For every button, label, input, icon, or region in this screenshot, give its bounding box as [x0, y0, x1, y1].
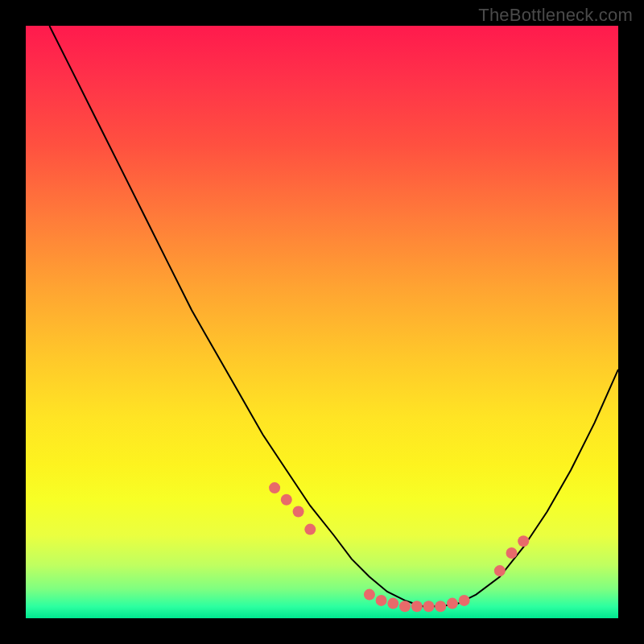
chart-overlay-svg	[26, 26, 618, 618]
chart-stage: TheBottleneck.com	[0, 0, 644, 644]
optimal-point-dot	[387, 598, 398, 609]
optimal-point-dot	[269, 482, 280, 493]
optimal-point-dot	[435, 601, 446, 612]
optimal-point-dot	[447, 598, 458, 609]
optimal-point-dot	[423, 601, 435, 612]
optimal-point-dot	[364, 589, 375, 601]
plot-area	[26, 26, 618, 618]
optimal-point-dot	[376, 595, 387, 606]
optimal-point-dot	[399, 601, 411, 612]
optimal-point-dot	[494, 565, 506, 576]
watermark-text: TheBottleneck.com	[478, 5, 633, 26]
optimal-point-dot	[506, 547, 518, 559]
optimal-point-dot	[293, 506, 304, 518]
optimal-point-dot	[518, 535, 529, 547]
optimal-point-dot	[304, 524, 316, 535]
bottleneck-curve	[49, 26, 618, 606]
optimal-point-dot	[411, 601, 423, 612]
optimal-point-dot	[459, 595, 470, 606]
optimal-point-dot	[281, 494, 292, 506]
